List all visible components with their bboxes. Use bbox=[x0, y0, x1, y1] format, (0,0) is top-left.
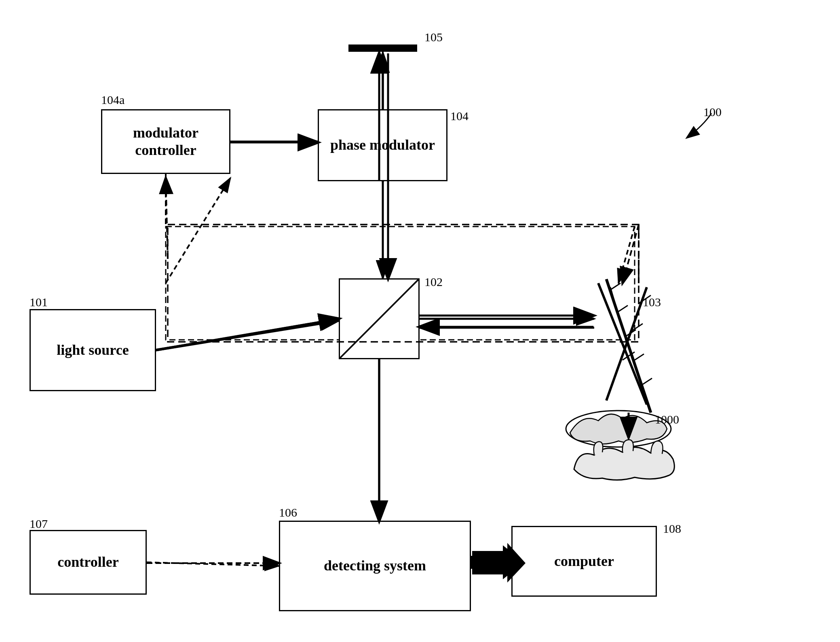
detecting-system-box: detecting system bbox=[279, 521, 471, 611]
svg-line-13 bbox=[156, 319, 339, 350]
mod-controller-label: modulator controller bbox=[102, 124, 229, 159]
ref-105: 105 bbox=[424, 30, 443, 44]
computer-box: computer bbox=[511, 526, 657, 597]
diagram-container: light source modulator controller phase … bbox=[0, 0, 840, 642]
ref-103: 103 bbox=[643, 295, 661, 309]
ref-100: 100 bbox=[703, 105, 722, 119]
controller-box: controller bbox=[30, 530, 147, 595]
svg-line-12 bbox=[156, 321, 339, 350]
top-reflector bbox=[348, 44, 417, 52]
ref-107: 107 bbox=[30, 517, 48, 531]
modulator-controller-box: modulator controller bbox=[101, 109, 230, 174]
ref-106: 106 bbox=[279, 506, 297, 519]
light-source-box: light source bbox=[30, 309, 156, 391]
phase-modulator-box: phase modulator bbox=[318, 109, 447, 181]
svg-line-19 bbox=[618, 227, 635, 283]
ref-104a: 104a bbox=[101, 93, 125, 107]
svg-line-20 bbox=[147, 562, 279, 566]
ref-1000: 1000 bbox=[655, 413, 679, 426]
svg-line-35 bbox=[156, 319, 339, 350]
svg-line-24 bbox=[340, 280, 418, 358]
ref-101: 101 bbox=[30, 295, 48, 309]
svg-line-42 bbox=[623, 225, 639, 283]
ref-108: 108 bbox=[663, 522, 681, 536]
light-source-label: light source bbox=[57, 341, 129, 359]
ref-102: 102 bbox=[424, 275, 443, 289]
svg-line-18 bbox=[166, 178, 230, 283]
phase-mod-label: phase modulator bbox=[330, 136, 435, 154]
sample-svg bbox=[566, 437, 687, 489]
detecting-system-label: detecting system bbox=[324, 557, 426, 574]
data-label: data bbox=[475, 553, 498, 568]
svg-line-25 bbox=[606, 287, 647, 400]
computer-label: computer bbox=[554, 553, 614, 570]
ref-104: 104 bbox=[450, 109, 469, 123]
beam-splitter bbox=[339, 278, 420, 359]
svg-line-5 bbox=[156, 320, 339, 350]
svg-line-40 bbox=[166, 178, 168, 259]
controller-label: controller bbox=[57, 553, 118, 571]
